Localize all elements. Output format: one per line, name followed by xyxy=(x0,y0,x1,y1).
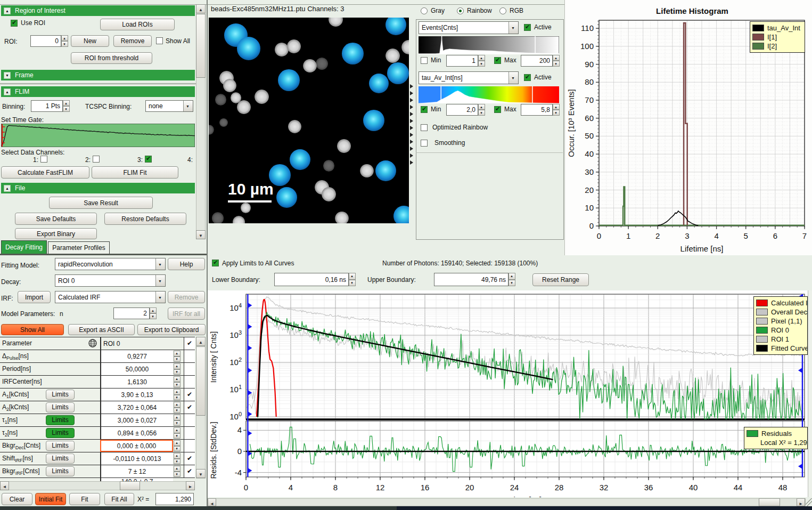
param-value[interactable]: 1,6130 xyxy=(100,376,173,388)
channel2-dropdown[interactable]: tau_Av_Int[ns] xyxy=(419,71,519,84)
scroll-left-icon[interactable] xyxy=(208,498,216,506)
param-check[interactable]: ✔ xyxy=(184,465,195,477)
channel1-min-spinner[interactable] xyxy=(478,55,485,67)
param-check[interactable]: ✔ xyxy=(184,388,195,401)
param-value[interactable]: 0,894 ± 0,056 xyxy=(100,427,173,439)
channel2-min-spinner[interactable] xyxy=(478,104,485,116)
expand-right-icon[interactable] xyxy=(410,126,413,130)
irf-remove-button[interactable]: Remove xyxy=(168,291,205,303)
scroll-left-icon[interactable] xyxy=(0,481,9,490)
chevron-down-icon[interactable] xyxy=(155,292,165,303)
expand-right-icon[interactable] xyxy=(410,84,413,88)
channel1-active-checkbox[interactable] xyxy=(524,24,531,31)
param-spinner[interactable] xyxy=(174,427,181,439)
reset-range-button[interactable]: Reset Range xyxy=(532,273,589,286)
collapse-up-icon[interactable]: ▲ xyxy=(4,7,11,14)
irf-dropdown[interactable]: Calculated IRF xyxy=(55,291,166,303)
limits-button[interactable]: Limits xyxy=(46,466,75,476)
intensity-histogram[interactable] xyxy=(419,36,559,54)
flim-fit-button[interactable]: FLIM Fit xyxy=(92,166,178,179)
chevron-down-icon[interactable] xyxy=(155,258,165,270)
show-all-rois-checkbox[interactable] xyxy=(156,37,163,44)
channel2-min-field[interactable]: 2,0 xyxy=(446,104,478,116)
expand-right-icon[interactable] xyxy=(410,98,413,102)
channel1-max-spinner[interactable] xyxy=(553,55,560,67)
expand-right-icon[interactable] xyxy=(410,91,413,95)
collapse-up-icon[interactable]: ▲ xyxy=(4,185,11,192)
expand-right-icon[interactable] xyxy=(410,140,413,144)
param-spinner[interactable] xyxy=(174,440,181,451)
help-button[interactable]: Help xyxy=(168,258,205,270)
lower-boundary-field[interactable]: 0,16 ns xyxy=(274,273,349,286)
decay-legend[interactable]: Calculated IRFOverall DecayPixel (1,1)RO… xyxy=(753,296,808,355)
initial-fit-button[interactable]: Initial Fit xyxy=(35,493,66,505)
irf-for-all-button[interactable]: IRF for all xyxy=(168,307,205,320)
chevron-down-icon[interactable] xyxy=(508,72,518,84)
resize-grip-icon[interactable] xyxy=(806,498,812,506)
limits-button[interactable]: Limits xyxy=(46,454,75,464)
fitting-model-dropdown[interactable]: rapidReconvolution xyxy=(55,258,166,270)
channel1-min-checkbox[interactable] xyxy=(421,57,428,64)
limits-button[interactable]: Limits xyxy=(46,390,75,400)
param-check[interactable]: ✔ xyxy=(184,452,195,465)
expand-right-icon[interactable] xyxy=(410,133,413,137)
limits-button[interactable]: Limits xyxy=(46,402,75,412)
param-spinner[interactable] xyxy=(174,466,181,477)
apply-limits-checkbox[interactable] xyxy=(212,260,219,266)
param-spinner[interactable] xyxy=(174,415,181,426)
table-scrollbar-thumb[interactable] xyxy=(196,346,206,416)
tab-parameter-profiles[interactable]: Parameter Profiles xyxy=(48,241,110,254)
chevron-down-icon[interactable] xyxy=(508,22,518,34)
param-spinner[interactable] xyxy=(174,453,181,464)
gray-radio[interactable] xyxy=(421,7,428,14)
param-value[interactable]: 3,720 ± 0,064 xyxy=(100,401,173,414)
channel2-max-field[interactable]: 5,8 xyxy=(521,104,553,116)
param-value[interactable]: 3,000 ± 0,027 xyxy=(100,414,173,426)
channel1-dropdown[interactable]: Events[Cnts] xyxy=(419,21,519,34)
channel1-min-field[interactable]: 1 xyxy=(446,55,478,67)
section-header-flim[interactable]: ▲ FLIM xyxy=(1,86,195,97)
table-header-check[interactable]: ✔ xyxy=(184,337,195,350)
channel2-max-checkbox[interactable] xyxy=(494,106,501,113)
section-header-roi[interactable]: ▲ Region of Interest xyxy=(1,5,195,16)
expand-right-icon[interactable] xyxy=(410,147,413,151)
param-value[interactable]: 7 ± 12 xyxy=(100,465,173,477)
remove-roi-button[interactable]: Remove xyxy=(113,35,152,47)
binning-spinner[interactable] xyxy=(63,100,70,112)
param-check[interactable] xyxy=(184,414,195,426)
limits-button[interactable]: Limits xyxy=(46,428,75,438)
collapse-down-icon[interactable]: ▼ xyxy=(4,72,11,79)
limits-button[interactable]: Limits xyxy=(46,415,75,425)
chevron-down-icon[interactable] xyxy=(155,275,165,286)
param-check[interactable] xyxy=(184,440,195,452)
roi-number-field[interactable]: 0 xyxy=(30,35,61,47)
param-spinner[interactable] xyxy=(174,363,181,375)
restore-defaults-button[interactable]: Restore Defaults xyxy=(104,213,186,225)
param-spinner[interactable] xyxy=(174,376,181,387)
channel-3-checkbox[interactable] xyxy=(145,156,152,163)
channel1-max-field[interactable]: 200 xyxy=(521,55,553,67)
fit-all-button[interactable]: Fit All xyxy=(104,493,134,505)
scroll-down-icon[interactable] xyxy=(196,469,206,478)
expand-right-icon[interactable] xyxy=(410,119,413,123)
param-value[interactable]: 0,000 ± 0,000 xyxy=(100,440,173,452)
channel1-max-checkbox[interactable] xyxy=(494,57,501,64)
roi-spinner[interactable] xyxy=(61,35,68,47)
calculate-fastflim-button[interactable]: Calculate FastFLIM xyxy=(1,166,89,179)
chevron-down-icon[interactable] xyxy=(183,101,193,111)
tcspc-binning-dropdown[interactable]: none xyxy=(145,100,193,112)
scroll-down-icon[interactable] xyxy=(196,230,206,239)
param-value[interactable]: 3,90 ± 0,13 xyxy=(100,388,173,401)
param-value[interactable]: 50,0000 xyxy=(100,363,173,375)
param-spinner[interactable] xyxy=(174,351,181,362)
param-spinner[interactable] xyxy=(174,389,181,400)
table-hscrollbar-thumb[interactable] xyxy=(120,481,140,490)
use-roi-checkbox[interactable] xyxy=(11,20,18,27)
channel2-max-spinner[interactable] xyxy=(553,104,560,116)
expand-right-icon[interactable] xyxy=(410,160,413,165)
channel2-active-checkbox[interactable] xyxy=(524,74,531,81)
plot-hscrollbar-thumb[interactable] xyxy=(759,498,780,506)
param-check[interactable] xyxy=(184,350,195,362)
scroll-up-icon[interactable] xyxy=(196,337,206,346)
channel2-min-checkbox[interactable] xyxy=(421,106,428,113)
